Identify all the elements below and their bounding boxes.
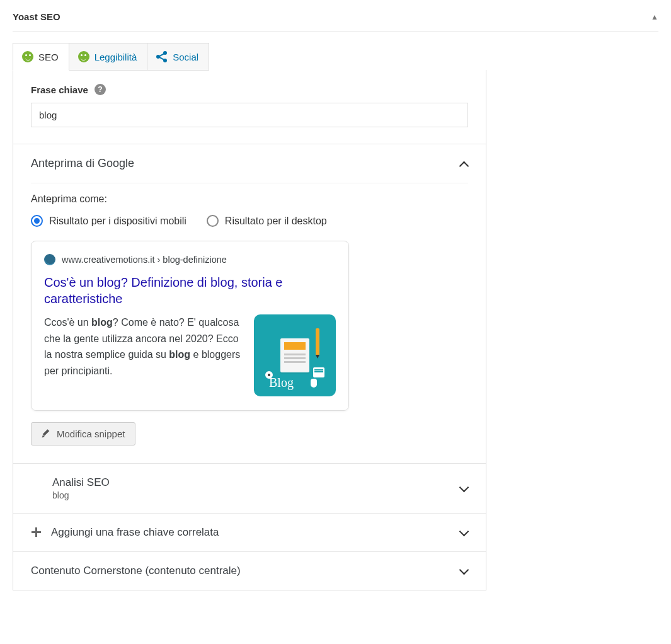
- panel-title: Yoast SEO: [13, 11, 60, 22]
- plus-icon: [31, 527, 42, 538]
- related-keyphrase-toggle[interactable]: Aggiungi una frase chiave correlata: [13, 513, 486, 551]
- tabs-row: SEO Leggibilità Social: [13, 43, 658, 71]
- snippet-description[interactable]: Ccos'è un blog? Come è nato? E' qualcosa…: [44, 314, 243, 396]
- focus-keyphrase-section: Frase chiave ?: [13, 70, 486, 144]
- smile-icon: [22, 51, 33, 62]
- tab-label: Social: [173, 52, 198, 62]
- seo-analysis-toggle[interactable]: Analisi SEO blog: [13, 463, 486, 513]
- snippet-thumbnail: Blog: [254, 314, 336, 396]
- tab-label: Leggibilità: [95, 52, 137, 62]
- share-icon: [156, 51, 168, 62]
- radio-label: Risultato per i dispositivi mobili: [49, 216, 186, 227]
- chevron-down-icon: [459, 528, 468, 537]
- snippet-title[interactable]: Cos'è un blog? Definizione di blog, stor…: [44, 274, 336, 307]
- google-preview-body: Anteprima come: Risultato per i disposit…: [13, 193, 486, 463]
- metabox-header[interactable]: Yoast SEO ▲: [13, 0, 658, 32]
- help-icon[interactable]: ?: [95, 84, 106, 95]
- metabox-body: Frase chiave ? Anteprima di Google Antep…: [13, 70, 486, 590]
- radio-mobile[interactable]: Risultato per i dispositivi mobili: [31, 215, 186, 227]
- section-title: Analisi SEO: [52, 476, 110, 489]
- collapse-caret-icon: ▲: [651, 13, 658, 21]
- radio-desktop[interactable]: Risultato per il desktop: [207, 215, 327, 227]
- chevron-down-icon: [459, 566, 468, 575]
- snippet-preview-card: www.creativemotions.it › blog-definizion…: [31, 241, 349, 411]
- chevron-down-icon: [459, 484, 468, 493]
- analysis-keyphrase: blog: [52, 490, 110, 500]
- radio-icon: [31, 215, 43, 227]
- smile-icon: [31, 482, 43, 495]
- google-preview-toggle[interactable]: Anteprima di Google: [13, 144, 486, 183]
- focus-keyphrase-input[interactable]: [31, 103, 468, 127]
- cornerstone-toggle[interactable]: Contenuto Cornerstone (contenuto central…: [13, 551, 486, 590]
- tab-seo[interactable]: SEO: [13, 43, 69, 71]
- section-title: Aggiungi una frase chiave correlata: [51, 526, 219, 539]
- chevron-up-icon: [459, 159, 468, 168]
- favicon-icon: [44, 254, 55, 265]
- edit-snippet-button[interactable]: Modifica snippet: [31, 422, 135, 446]
- smile-icon: [78, 51, 89, 62]
- thumb-label: Blog: [269, 376, 294, 390]
- preview-as-label: Anteprima come:: [31, 193, 468, 205]
- focus-keyphrase-label: Frase chiave: [31, 84, 88, 95]
- section-title: Anteprima di Google: [31, 157, 134, 170]
- radio-label: Risultato per il desktop: [225, 216, 327, 227]
- tab-social[interactable]: Social: [147, 43, 209, 71]
- snippet-breadcrumb: www.creativemotions.it › blog-definizion…: [62, 255, 227, 265]
- section-title: Contenuto Cornerstone (contenuto central…: [31, 565, 241, 577]
- tab-readability[interactable]: Leggibilità: [69, 43, 148, 71]
- tab-label: SEO: [38, 52, 59, 62]
- button-label: Modifica snippet: [57, 428, 125, 439]
- radio-icon: [207, 215, 219, 227]
- pencil-icon: [42, 430, 50, 439]
